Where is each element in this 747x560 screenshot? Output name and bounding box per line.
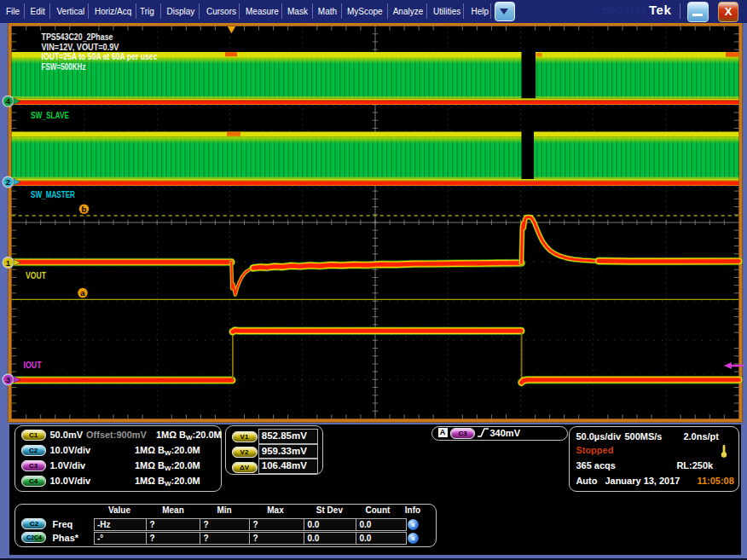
svg-text:4: 4	[6, 96, 11, 106]
svg-text:SW_MASTER: SW_MASTER	[31, 190, 76, 199]
svg-text:IOUT: IOUT	[24, 361, 42, 370]
svg-text:FSW=500KHz: FSW=500KHz	[42, 61, 86, 72]
svg-text:TPS543C20_2Phase: TPS543C20_2Phase	[42, 32, 113, 42]
svg-text:a: a	[80, 288, 85, 297]
svg-text:b: b	[82, 205, 87, 214]
svg-text:3: 3	[6, 375, 10, 384]
svg-text:VIN=12V, VOUT=0.9V: VIN=12V, VOUT=0.9V	[42, 42, 120, 52]
svg-text:VOUT: VOUT	[26, 271, 46, 280]
svg-text:SW_SLAVE: SW_SLAVE	[31, 111, 69, 120]
svg-text:1: 1	[6, 258, 11, 268]
svg-text:2: 2	[6, 177, 10, 187]
svg-text:IOUT=25A to 50A at 60A per use: IOUT=25A to 50A at 60A per usec	[42, 51, 158, 61]
